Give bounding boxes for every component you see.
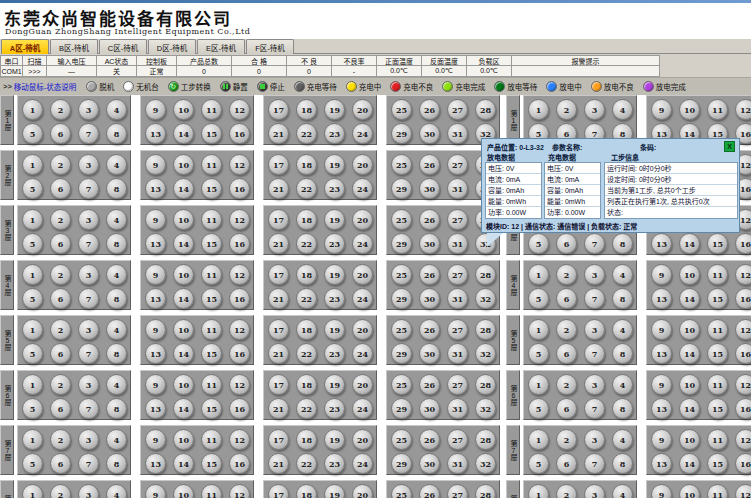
battery-cell[interactable]: 2 xyxy=(50,264,71,285)
battery-cell[interactable]: 1 xyxy=(22,209,43,230)
battery-cell[interactable]: 15 xyxy=(201,288,222,309)
popup-close-button[interactable]: X xyxy=(724,141,735,152)
battery-cell[interactable]: 12 xyxy=(735,484,751,498)
battery-cell[interactable]: 3 xyxy=(78,99,99,120)
battery-cell[interactable]: 16 xyxy=(229,453,250,474)
battery-cell[interactable]: 2 xyxy=(556,429,577,450)
battery-cell[interactable]: 16 xyxy=(229,288,250,309)
battery-cell[interactable]: 26 xyxy=(419,209,440,230)
battery-cell[interactable]: 12 xyxy=(229,374,250,395)
battery-cell[interactable]: 26 xyxy=(419,264,440,285)
battery-cell[interactable]: 10 xyxy=(679,264,700,285)
battery-cell[interactable]: 25 xyxy=(391,484,412,498)
battery-cell[interactable]: 1 xyxy=(22,99,43,120)
battery-cell[interactable]: 20 xyxy=(352,264,373,285)
battery-cell[interactable]: 2 xyxy=(50,429,71,450)
battery-cell[interactable]: 22 xyxy=(296,398,317,419)
battery-cell[interactable]: 8 xyxy=(612,343,633,364)
battery-cell[interactable]: 9 xyxy=(145,319,166,340)
battery-cell[interactable]: 20 xyxy=(352,374,373,395)
battery-cell[interactable]: 23 xyxy=(324,453,345,474)
battery-cell[interactable]: 22 xyxy=(296,343,317,364)
battery-cell[interactable]: 6 xyxy=(50,398,71,419)
battery-cell[interactable]: 26 xyxy=(419,319,440,340)
battery-cell[interactable]: 15 xyxy=(201,453,222,474)
battery-cell[interactable]: 1 xyxy=(528,264,549,285)
battery-cell[interactable]: 19 xyxy=(324,264,345,285)
battery-cell[interactable]: 17 xyxy=(268,154,289,175)
battery-cell[interactable]: 6 xyxy=(556,288,577,309)
battery-cell[interactable]: 16 xyxy=(229,398,250,419)
battery-cell[interactable]: 31 xyxy=(447,453,468,474)
battery-cell[interactable]: 3 xyxy=(78,209,99,230)
battery-cell[interactable]: 4 xyxy=(612,99,633,120)
battery-cell[interactable]: 9 xyxy=(145,154,166,175)
battery-cell[interactable]: 12 xyxy=(229,209,250,230)
battery-cell[interactable]: 24 xyxy=(352,123,373,144)
battery-cell[interactable]: 30 xyxy=(419,288,440,309)
battery-cell[interactable]: 7 xyxy=(78,343,99,364)
battery-cell[interactable]: 5 xyxy=(22,178,43,199)
battery-cell[interactable]: 7 xyxy=(78,398,99,419)
battery-cell[interactable]: 27 xyxy=(447,374,468,395)
battery-cell[interactable]: 4 xyxy=(612,429,633,450)
battery-cell[interactable]: 13 xyxy=(145,233,166,254)
battery-cell[interactable]: 7 xyxy=(584,343,605,364)
battery-cell[interactable]: 16 xyxy=(229,233,250,254)
battery-cell[interactable]: 28 xyxy=(475,374,496,395)
battery-cell[interactable]: 4 xyxy=(106,374,127,395)
battery-cell[interactable]: 11 xyxy=(201,209,222,230)
battery-cell[interactable]: 31 xyxy=(447,123,468,144)
tab-d-zone[interactable]: D区-待机 xyxy=(148,39,196,54)
battery-cell[interactable]: 7 xyxy=(78,288,99,309)
battery-cell[interactable]: 11 xyxy=(201,429,222,450)
tab-e-zone[interactable]: E区-待机 xyxy=(197,39,245,54)
battery-cell[interactable]: 15 xyxy=(201,398,222,419)
battery-cell[interactable]: 25 xyxy=(391,374,412,395)
battery-cell[interactable]: 9 xyxy=(145,429,166,450)
battery-cell[interactable]: 3 xyxy=(78,429,99,450)
battery-cell[interactable]: 18 xyxy=(296,319,317,340)
battery-cell[interactable]: 26 xyxy=(419,154,440,175)
battery-cell[interactable]: 5 xyxy=(22,123,43,144)
battery-cell[interactable]: 27 xyxy=(447,319,468,340)
battery-cell[interactable]: 1 xyxy=(22,264,43,285)
battery-cell[interactable]: 13 xyxy=(145,178,166,199)
battery-cell[interactable]: 8 xyxy=(106,178,127,199)
battery-cell[interactable]: 3 xyxy=(78,484,99,498)
battery-cell[interactable]: 18 xyxy=(296,374,317,395)
battery-cell[interactable]: 10 xyxy=(173,429,194,450)
battery-cell[interactable]: 13 xyxy=(145,288,166,309)
battery-cell[interactable]: 13 xyxy=(651,343,672,364)
battery-cell[interactable]: 14 xyxy=(679,343,700,364)
battery-cell[interactable]: 14 xyxy=(679,453,700,474)
battery-cell[interactable]: 30 xyxy=(419,453,440,474)
battery-cell[interactable]: 21 xyxy=(268,288,289,309)
battery-cell[interactable]: 15 xyxy=(707,398,728,419)
battery-cell[interactable]: 29 xyxy=(391,178,412,199)
battery-cell[interactable]: 11 xyxy=(707,429,728,450)
battery-cell[interactable]: 6 xyxy=(556,453,577,474)
battery-cell[interactable]: 7 xyxy=(584,233,605,254)
battery-cell[interactable]: 4 xyxy=(612,319,633,340)
battery-cell[interactable]: 8 xyxy=(612,233,633,254)
battery-cell[interactable]: 4 xyxy=(106,429,127,450)
battery-cell[interactable]: 9 xyxy=(145,374,166,395)
battery-cell[interactable]: 16 xyxy=(735,343,751,364)
battery-cell[interactable]: 13 xyxy=(651,453,672,474)
battery-cell[interactable]: 31 xyxy=(447,288,468,309)
battery-cell[interactable]: 6 xyxy=(50,233,71,254)
battery-cell[interactable]: 18 xyxy=(296,99,317,120)
battery-cell[interactable]: 18 xyxy=(296,429,317,450)
battery-cell[interactable]: 15 xyxy=(201,178,222,199)
battery-cell[interactable]: 25 xyxy=(391,154,412,175)
battery-cell[interactable]: 11 xyxy=(201,154,222,175)
battery-cell[interactable]: 5 xyxy=(22,288,43,309)
battery-cell[interactable]: 14 xyxy=(173,178,194,199)
battery-cell[interactable]: 1 xyxy=(22,429,43,450)
battery-cell[interactable]: 20 xyxy=(352,484,373,498)
battery-cell[interactable]: 7 xyxy=(584,288,605,309)
battery-cell[interactable]: 25 xyxy=(391,319,412,340)
battery-cell[interactable]: 3 xyxy=(584,429,605,450)
battery-cell[interactable]: 24 xyxy=(352,233,373,254)
